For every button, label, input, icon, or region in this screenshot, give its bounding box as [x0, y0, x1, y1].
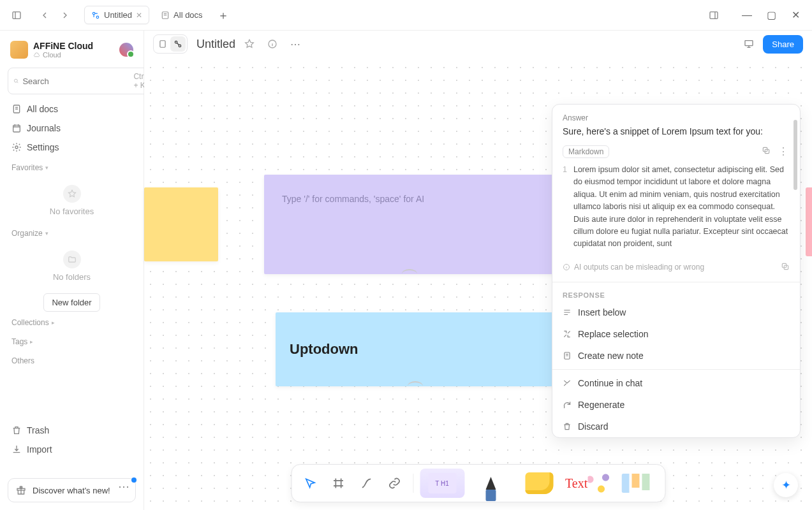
chevron-down-icon: ▾ [45, 230, 48, 237]
sidebar-item-label: Trash [27, 425, 49, 435]
note-placeholder: Type '/' for commands, 'space' for AI [282, 194, 424, 204]
star-icon[interactable] [240, 35, 258, 53]
tool-frame[interactable] [326, 471, 350, 495]
refresh-icon [563, 400, 572, 409]
tool-kanban[interactable] [614, 469, 658, 498]
svg-point-8 [15, 146, 18, 149]
search-icon [13, 76, 18, 85]
copy-icon[interactable] [781, 262, 790, 273]
scrollbar[interactable] [794, 120, 797, 190]
trash-icon [11, 425, 22, 435]
note-icon [563, 351, 572, 360]
resize-handle-icon[interactable] [402, 269, 417, 275]
whats-new-button[interactable]: Discover what's new! [8, 478, 136, 502]
page-mode-icon[interactable] [155, 36, 170, 52]
svg-point-1 [92, 12, 95, 15]
present-icon[interactable] [740, 35, 758, 53]
more-icon[interactable]: ⋯ [286, 35, 304, 53]
tab-label: All docs [173, 10, 203, 20]
collections-header[interactable]: Collections▸ [8, 312, 136, 331]
action-replace-selection[interactable]: Replace selection [552, 323, 800, 345]
svg-rect-4 [710, 11, 718, 18]
maximize-icon[interactable]: ▢ [762, 6, 780, 24]
more-vertical-icon[interactable]: ⋮ [777, 144, 790, 159]
favorites-header[interactable]: Favorites▾ [8, 157, 136, 176]
tab-alldocs[interactable]: All docs [154, 6, 209, 24]
docs-icon [11, 104, 22, 114]
minimize-icon[interactable]: — [738, 6, 756, 24]
favorites-empty: No favorites [8, 176, 136, 222]
avatar[interactable] [119, 43, 133, 57]
edge-note-pink[interactable] [806, 187, 812, 256]
sidebar-item-journals[interactable]: Journals [8, 119, 136, 138]
copy-icon[interactable] [760, 145, 772, 159]
canvas[interactable]: Untitled ⋯ Share Type '/' for commands, … [144, 31, 812, 510]
chevron-right-icon: ▸ [52, 319, 55, 326]
workspace-name: AFFiNE Cloud [33, 41, 93, 51]
action-create-new-note[interactable]: Create new note [552, 345, 800, 367]
more-icon[interactable]: ⋯ [118, 479, 129, 493]
ai-answer-text: Sure, here's a snippet of Lorem Ipsum te… [563, 126, 790, 136]
info-icon[interactable] [263, 35, 281, 53]
tool-note-card[interactable]: T H1 [420, 469, 464, 498]
sidebar-item-settings[interactable]: Settings [8, 138, 136, 157]
edgeless-mode-icon[interactable] [170, 36, 186, 52]
svg-point-5 [14, 79, 17, 82]
new-tab-icon[interactable]: ＋ [214, 6, 232, 24]
calendar-icon [11, 123, 22, 133]
doc-title[interactable]: Untitled [196, 38, 235, 51]
import-icon [11, 444, 22, 455]
chevron-down-icon: ▾ [45, 164, 48, 171]
tool-text[interactable]: Text [565, 469, 610, 498]
sidebar-item-label: Journals [27, 123, 61, 133]
replace-icon [563, 330, 572, 339]
sidebar-item-import[interactable]: Import [8, 440, 136, 459]
close-icon[interactable]: ✕ [786, 6, 804, 24]
tab-untitled[interactable]: Untitled ✕ [84, 6, 149, 24]
nav-forward-icon[interactable] [56, 6, 74, 24]
svg-rect-10 [160, 41, 165, 48]
action-regenerate[interactable]: Regenerate [552, 394, 800, 416]
others-header[interactable]: Others [8, 350, 136, 369]
tab-label: Untitled [104, 10, 132, 20]
share-button[interactable]: Share [763, 35, 803, 54]
organize-header[interactable]: Organize▾ [8, 222, 136, 242]
panel-toggle-icon[interactable] [705, 6, 723, 24]
sidebar-item-label: Settings [27, 142, 59, 152]
ai-answer-label: Answer [563, 113, 790, 122]
tool-select[interactable] [298, 471, 322, 495]
sparkle-icon: ✦ [781, 478, 791, 492]
star-icon [68, 189, 77, 198]
nav-back-icon[interactable] [36, 6, 54, 24]
notification-dot [131, 477, 137, 483]
tags-header[interactable]: Tags▸ [8, 331, 136, 350]
new-folder-button[interactable]: New folder [43, 293, 100, 312]
sidebar-item-label: All docs [27, 104, 58, 114]
tool-sticky[interactable] [517, 469, 561, 498]
close-tab-icon[interactable]: ✕ [136, 11, 142, 20]
workspace-logo [10, 41, 28, 59]
mode-switch[interactable] [153, 34, 188, 54]
code-block[interactable]: 1 Lorem ipsum dolor sit amet, consectetu… [563, 159, 790, 251]
sidebar-item-trash[interactable]: Trash [8, 421, 136, 440]
tool-pen[interactable] [468, 469, 513, 498]
workspace-switcher[interactable]: AFFiNE Cloud Cloud [8, 38, 136, 61]
sticky-note-yellow[interactable] [144, 187, 218, 261]
sidebar-item-label: Import [27, 444, 52, 455]
action-discard[interactable]: Discard [552, 416, 800, 437]
sidebar-item-alldocs[interactable]: All docs [8, 99, 136, 119]
tool-connector[interactable] [354, 471, 378, 495]
titlebar: Untitled ✕ All docs ＋ — ▢ ✕ [0, 0, 812, 31]
tool-link[interactable] [382, 471, 406, 495]
note-block-purple[interactable]: Type '/' for commands, 'space' for AI [264, 175, 555, 274]
action-insert-below[interactable]: Insert below [552, 302, 800, 323]
code-lang-tag[interactable]: Markdown [563, 145, 609, 158]
chevron-right-icon: ▸ [30, 339, 33, 345]
gear-icon [11, 142, 22, 152]
search-input[interactable]: Ctrl + K [8, 68, 155, 94]
action-continue-in-chat[interactable]: Continue in chat [552, 372, 800, 394]
ai-fab[interactable]: ✦ [774, 473, 798, 497]
note-block-blue[interactable]: Uptodown [276, 312, 555, 386]
collapse-sidebar-icon[interactable] [8, 6, 26, 24]
resize-handle-icon[interactable] [408, 381, 423, 388]
